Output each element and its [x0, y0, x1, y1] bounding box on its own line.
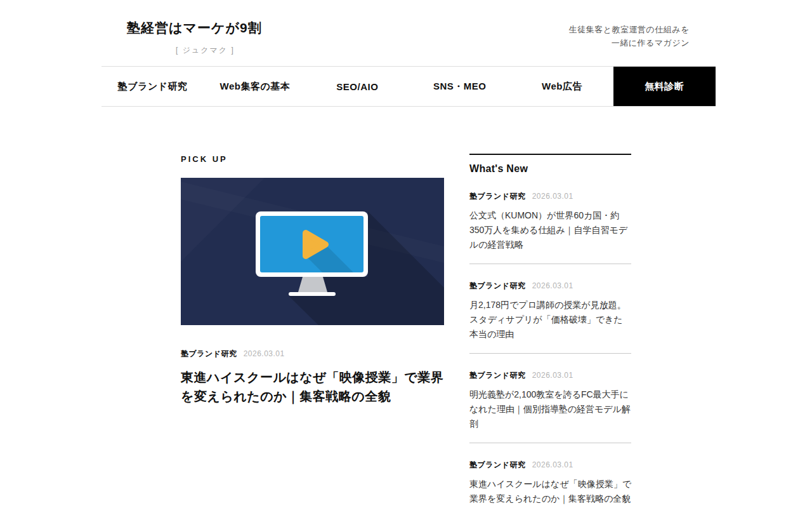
news-item-title[interactable]: 公文式（KUMON）が世界60カ国・約350万人を集める仕組み｜自学自習モデルの…	[469, 208, 631, 252]
nav-item-seo-aio[interactable]: SEO/AIO	[306, 67, 409, 106]
article-date: 2026.03.01	[532, 281, 573, 290]
nav-item-sns-meo[interactable]: SNS・MEO	[409, 67, 511, 106]
news-item-meta: 塾ブランド研究 2026.03.01	[469, 370, 631, 381]
news-item-2[interactable]: 塾ブランド研究 2026.03.01 月2,178円でプロ講師の授業が見放題。ス…	[469, 264, 631, 354]
monitor-illustration	[181, 178, 444, 325]
news-item-title[interactable]: 明光義塾が2,100教室を誇るFC最大手になれた理由｜個別指導塾の経営モデル解剖	[469, 387, 631, 431]
news-item-1[interactable]: 塾ブランド研究 2026.03.01 公文式（KUMON）が世界60カ国・約35…	[469, 175, 631, 264]
pickup-section: PICK UP 塾ブ	[181, 154, 444, 406]
category-badge[interactable]: 塾ブランド研究	[181, 349, 237, 359]
category-badge: 塾ブランド研究	[469, 370, 526, 381]
news-item-3[interactable]: 塾ブランド研究 2026.03.01 明光義塾が2,100教室を誇るFC最大手に…	[469, 354, 631, 443]
featured-article-thumbnail[interactable]	[181, 178, 444, 325]
nav-item-brand-research[interactable]: 塾ブランド研究	[102, 67, 204, 106]
site-tagline-line2: 一緒に作るマガジン	[569, 36, 690, 50]
nav-cta-free-diagnosis[interactable]: 無料診断	[613, 67, 716, 106]
site-tagline: 生徒集客と教室運営の仕組みを 一緒に作るマガジン	[569, 23, 690, 50]
news-item-meta: 塾ブランド研究 2026.03.01	[469, 460, 631, 471]
article-date: 2026.03.01	[244, 349, 285, 358]
news-item-title[interactable]: 月2,178円でプロ講師の授業が見放題。スタディサプリが「価格破壊」できた本当の…	[469, 298, 631, 342]
article-date: 2026.03.01	[532, 371, 573, 380]
main-nav: 塾ブランド研究 Web集客の基本 SEO/AIO SNS・MEO Web広告 無…	[102, 66, 716, 107]
monitor-stand	[298, 277, 327, 292]
category-badge: 塾ブランド研究	[469, 191, 526, 202]
site-tagline-line1: 生徒集客と教室運営の仕組みを	[569, 23, 690, 36]
monitor-base	[289, 292, 336, 296]
category-badge: 塾ブランド研究	[469, 460, 526, 471]
nav-item-web-ads[interactable]: Web広告	[511, 67, 613, 106]
news-item-meta: 塾ブランド研究 2026.03.01	[469, 281, 631, 291]
article-date: 2026.03.01	[532, 192, 573, 201]
news-item-meta: 塾ブランド研究 2026.03.01	[469, 191, 631, 202]
featured-article-title[interactable]: 東進ハイスクールはなぜ「映像授業」で業界を変えられたのか｜集客戦略の全貌	[181, 368, 444, 406]
news-item-title[interactable]: 東進ハイスクールはなぜ「映像授業」で業界を変えられたのか｜集客戦略の全貌	[469, 477, 631, 506]
site-header: 塾経営はマーケが9割 [ ジュクマク ] 生徒集客と教室運営の仕組みを 一緒に作…	[102, 0, 716, 66]
news-item-4[interactable]: 塾ブランド研究 2026.03.01 東進ハイスクールはなぜ「映像授業」で業界を…	[469, 443, 631, 508]
featured-article-meta: 塾ブランド研究 2026.03.01	[181, 349, 444, 359]
main-content: PICK UP 塾ブ	[181, 154, 631, 508]
nav-item-web-basics[interactable]: Web集客の基本	[204, 67, 306, 106]
site-subtitle: [ ジュクマク ]	[176, 45, 235, 56]
article-date: 2026.03.01	[532, 460, 573, 469]
category-badge: 塾ブランド研究	[469, 281, 526, 291]
site-title[interactable]: 塾経営はマーケが9割	[127, 19, 262, 37]
whats-new-sidebar: What's New 塾ブランド研究 2026.03.01 公文式（KUMON）…	[469, 154, 631, 508]
pickup-label: PICK UP	[181, 154, 444, 164]
whats-new-heading: What's New	[469, 155, 631, 175]
